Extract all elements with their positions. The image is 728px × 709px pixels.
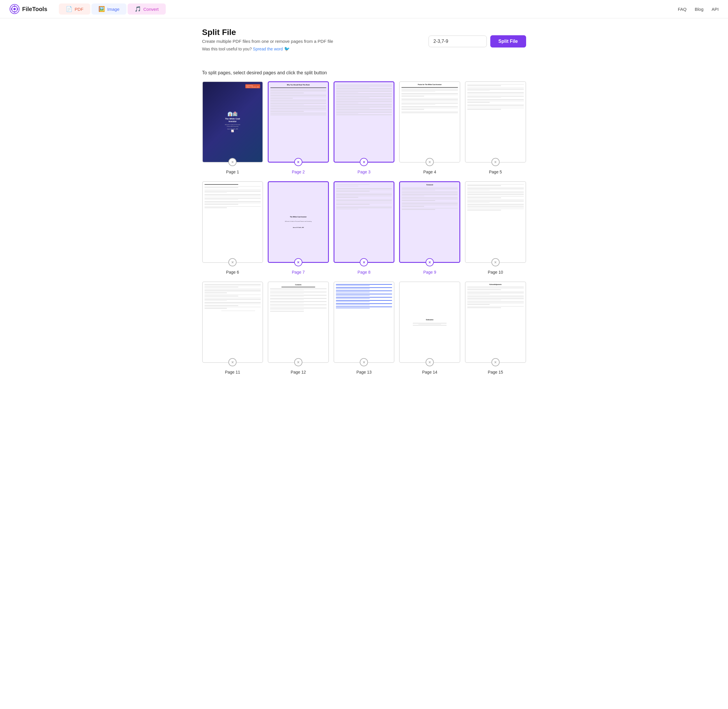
page-label-15: Page 15 xyxy=(488,370,503,375)
remove-button-14[interactable]: × xyxy=(426,358,434,366)
page-wrapper-2: Why You Should Read This Book × xyxy=(268,81,329,163)
logo-area: FileTools xyxy=(9,4,47,14)
page-wrapper-14: Dedication × xyxy=(399,282,460,363)
page-label-1: Page 1 xyxy=(226,169,239,174)
page-thumb-1[interactable]: Foreword byWilliam J. Bernstein, MD 👔🏥 T… xyxy=(202,81,264,163)
remove-button-6[interactable]: × xyxy=(229,258,237,266)
remove-button-8[interactable]: × xyxy=(360,258,368,266)
tab-image-label: Image xyxy=(107,7,119,12)
list-item: × Page 11 xyxy=(202,282,264,375)
list-item: Foreword × Page xyxy=(399,181,460,274)
page-thumb-7[interactable]: The White Coat Investor A Doctor's Guide… xyxy=(268,181,329,263)
page4-title: Praise for The White Coat Investor xyxy=(402,84,458,85)
list-item: Why You Should Read This Book × Page 2 xyxy=(268,81,329,174)
svg-point-5 xyxy=(11,9,13,10)
header-links: FAQ Blog API xyxy=(678,7,719,12)
split-control: Split File xyxy=(428,35,526,48)
split-button[interactable]: Split File xyxy=(490,35,526,48)
page9-title: Foreword xyxy=(402,184,458,185)
remove-button-1[interactable]: × xyxy=(229,158,237,166)
image-icon: 🖼️ xyxy=(99,6,105,12)
svg-point-2 xyxy=(13,8,16,10)
convert-icon: 🎵 xyxy=(135,6,141,12)
page-label-5: Page 5 xyxy=(489,169,502,174)
logo-icon xyxy=(9,4,20,14)
remove-button-13[interactable]: × xyxy=(360,358,368,366)
tab-image[interactable]: 🖼️ Image xyxy=(92,3,127,15)
twitter-icon: 🐦 xyxy=(284,46,290,51)
page-wrapper-15: Acknowledgements × xyxy=(465,282,526,363)
svg-point-6 xyxy=(17,9,18,10)
page-thumb-13[interactable] xyxy=(333,282,395,363)
remove-button-15[interactable]: × xyxy=(491,358,499,366)
page-label-9: Page 9 xyxy=(423,270,436,274)
page-label-8: Page 8 xyxy=(357,270,370,274)
page-wrapper-13: × xyxy=(333,282,395,363)
list-item: × Page 6 xyxy=(202,181,264,274)
nav-tabs: 📄 PDF 🖼️ Image 🎵 Convert xyxy=(59,3,678,15)
spread-label: Was this tool useful to you? xyxy=(202,47,252,51)
page-label-10: Page 10 xyxy=(488,270,503,274)
blog-link[interactable]: Blog xyxy=(695,7,703,12)
remove-button-3[interactable]: × xyxy=(360,158,368,166)
page-wrapper-8: × xyxy=(333,181,395,263)
page-wrapper-4: Praise for The White Coat Investor xyxy=(399,81,460,163)
list-item: × Page 13 xyxy=(333,282,395,375)
page-label-14: Page 14 xyxy=(422,370,437,375)
page2-title: Why You Should Read This Book xyxy=(270,84,326,86)
main-content: Split File Create multiple PDF files fro… xyxy=(195,18,533,384)
pdf-icon: 📄 xyxy=(66,6,72,12)
cover-chart: 📈 xyxy=(231,130,234,132)
pages-grid: Foreword byWilliam J. Bernstein, MD 👔🏥 T… xyxy=(202,81,526,375)
page-thumb-14[interactable]: Dedication xyxy=(399,282,460,363)
page-wrapper-6: × xyxy=(202,181,264,263)
remove-button-7[interactable]: × xyxy=(294,258,302,266)
faq-link[interactable]: FAQ xyxy=(678,7,687,12)
page-label-12: Page 12 xyxy=(291,370,306,375)
main-header: FileTools 📄 PDF 🖼️ Image 🎵 Convert FAQ B… xyxy=(0,0,728,18)
page-wrapper-5: × xyxy=(465,81,526,163)
list-item: Contents xyxy=(268,282,329,375)
page-wrapper-1: Foreword byWilliam J. Bernstein, MD 👔🏥 T… xyxy=(202,81,264,163)
page-thumb-4[interactable]: Praise for The White Coat Investor xyxy=(399,81,460,163)
page14-title: Dedication xyxy=(426,319,434,321)
instruction: To split pages, select desired pages and… xyxy=(202,70,526,76)
tab-convert-label: Convert xyxy=(143,7,159,12)
api-link[interactable]: API xyxy=(712,7,719,12)
page-thumb-2[interactable]: Why You Should Read This Book xyxy=(268,81,329,163)
page15-title: Acknowledgements xyxy=(467,284,524,285)
remove-button-12[interactable]: × xyxy=(294,358,302,366)
remove-button-2[interactable]: × xyxy=(294,158,302,166)
page-thumb-8[interactable] xyxy=(333,181,395,263)
remove-button-5[interactable]: × xyxy=(491,158,499,166)
page-wrapper-12: Contents xyxy=(268,282,329,363)
page-thumb-12[interactable]: Contents xyxy=(268,282,329,363)
cover-subtitle: A Doctor's Guide To PersonalFinance And … xyxy=(225,124,240,127)
page-label-3: Page 3 xyxy=(357,169,370,174)
page-thumb-10[interactable] xyxy=(465,181,526,263)
page-thumb-3[interactable] xyxy=(333,81,395,163)
list-item: × Page 8 xyxy=(333,181,395,274)
remove-button-10[interactable]: × xyxy=(491,258,499,266)
logo-text: FileTools xyxy=(22,6,47,13)
page-thumb-9[interactable]: Foreword xyxy=(399,181,460,263)
list-item: The White Coat Investor A Doctor's Guide… xyxy=(268,181,329,274)
tab-pdf[interactable]: 📄 PDF xyxy=(59,3,90,15)
remove-button-11[interactable]: × xyxy=(229,358,237,366)
list-item: × Page 10 xyxy=(465,181,526,274)
page-thumb-15[interactable]: Acknowledgements xyxy=(465,282,526,363)
tab-convert[interactable]: 🎵 Convert xyxy=(128,3,166,15)
page-thumb-11[interactable] xyxy=(202,282,264,363)
list-item: × Page 3 xyxy=(333,81,395,174)
remove-button-9[interactable]: × xyxy=(426,258,434,266)
split-input[interactable] xyxy=(428,35,487,47)
page-thumb-6[interactable] xyxy=(202,181,264,263)
spread-link[interactable]: Spread the word xyxy=(253,47,283,51)
page-thumb-5[interactable] xyxy=(465,81,526,163)
page-label-6: Page 6 xyxy=(226,270,239,274)
remove-button-4[interactable]: × xyxy=(426,158,434,166)
page12-title: Contents xyxy=(270,284,326,286)
page-label-2: Page 2 xyxy=(292,169,305,174)
list-item: Praise for The White Coat Investor xyxy=(399,81,460,174)
page-label-11: Page 11 xyxy=(225,370,240,375)
